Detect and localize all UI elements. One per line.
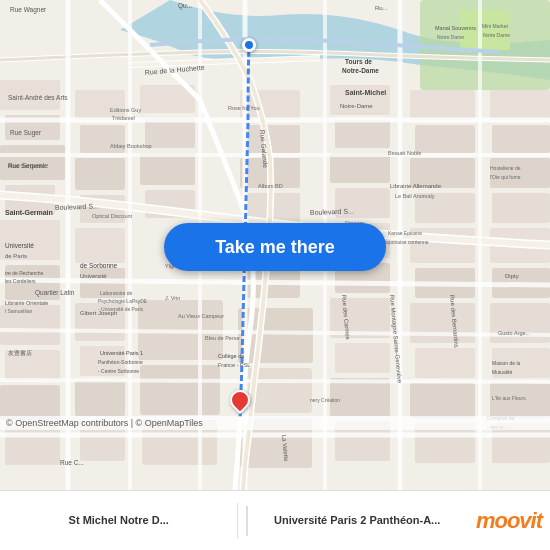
svg-text:Université Paris 1: Université Paris 1	[100, 350, 143, 356]
svg-text:Kanae Epicerie: Kanae Epicerie	[388, 230, 422, 236]
svg-rect-60	[492, 125, 550, 153]
copyright-bar: © OpenStreetMap contributors | © OpenMap…	[0, 416, 550, 430]
destination-station[interactable]: Université Paris 2 Panthéon-A...	[238, 491, 475, 550]
svg-rect-46	[335, 343, 390, 373]
svg-rect-50	[415, 125, 475, 153]
svg-text:Qu...: Qu...	[178, 2, 192, 10]
svg-text:Rue Suger: Rue Suger	[10, 129, 42, 137]
svg-text:Trédaniel: Trédaniel	[112, 115, 135, 121]
svg-rect-17	[75, 228, 125, 263]
svg-text:Université: Université	[5, 242, 34, 249]
svg-rect-65	[490, 303, 550, 343]
svg-text:l'Oie qui fume: l'Oie qui fume	[490, 174, 521, 180]
svg-rect-55	[410, 303, 475, 343]
svg-text:Panthéon-Sorbonne: Panthéon-Sorbonne	[98, 359, 143, 365]
svg-text:Saint-André des Arts: Saint-André des Arts	[8, 94, 68, 101]
svg-text:Notre Dame: Notre Dame	[483, 32, 510, 38]
svg-text:Le Ball    Anomaly: Le Ball Anomaly	[395, 193, 435, 199]
svg-text:Collège de: Collège de	[218, 353, 244, 359]
svg-text:Optical Discount: Optical Discount	[92, 213, 133, 219]
svg-text:Manal Souvenirs: Manal Souvenirs	[435, 25, 476, 31]
svg-text:Notre-Dame: Notre-Dame	[340, 103, 373, 109]
svg-text:Ru...: Ru...	[375, 5, 388, 11]
svg-text:Abbey Bookshop: Abbey Bookshop	[110, 143, 152, 149]
svg-text:L'île aux Fleurs: L'île aux Fleurs	[492, 395, 526, 401]
svg-text:Mini Market: Mini Market	[482, 23, 508, 29]
attribution-text: © OpenStreetMap contributors | © OpenMap…	[6, 418, 203, 428]
svg-text:Notre Dame: Notre Dame	[437, 34, 464, 40]
origin-name: St Michel Notre D...	[69, 513, 169, 527]
svg-text:Tours de: Tours de	[345, 58, 372, 65]
svg-text:nery Création: nery Création	[310, 397, 340, 403]
svg-text:Université: Université	[80, 273, 107, 279]
svg-rect-25	[140, 153, 195, 185]
svg-text:Psychologie LaPsyDE: Psychologie LaPsyDE	[98, 298, 148, 304]
svg-text:l Samuellian: l Samuellian	[5, 308, 32, 314]
svg-text:Au Vieux Campeur: Au Vieux Campeur	[178, 313, 224, 319]
svg-text:Album BD: Album BD	[258, 183, 283, 189]
svg-text:Rue Wagner: Rue Wagner	[10, 6, 47, 14]
svg-text:Laboratoire de: Laboratoire de	[100, 290, 132, 296]
origin-station[interactable]: St Michel Notre D...	[0, 491, 237, 550]
svg-text:Saint-Germain: Saint-Germain	[5, 209, 53, 216]
svg-rect-49	[410, 90, 475, 120]
svg-rect-59	[490, 90, 550, 120]
svg-rect-12	[5, 425, 60, 465]
svg-rect-61	[490, 158, 550, 188]
svg-text:Quartier Latin: Quartier Latin	[35, 289, 75, 297]
take-me-there-label: Take me there	[215, 237, 335, 258]
destination-name: Université Paris 2 Panthéon-A...	[274, 513, 440, 527]
svg-text:tre de Recherche: tre de Recherche	[5, 270, 44, 276]
svg-text:Librairie Orientale: Librairie Orientale	[5, 300, 48, 306]
svg-rect-21	[75, 381, 125, 416]
svg-rect-40	[335, 120, 390, 148]
svg-text:France - PSL: France - PSL	[218, 362, 250, 368]
svg-text:Notre-Dame: Notre-Dame	[342, 67, 379, 74]
svg-text:Mutualité: Mutualité	[492, 369, 513, 375]
svg-text:Beauté Noble: Beauté Noble	[388, 150, 421, 156]
svg-text:de Sorbonne: de Sorbonne	[80, 262, 118, 269]
svg-text:- Université de Paris: - Université de Paris	[98, 306, 144, 312]
svg-text:友豊書店: 友豊書店	[8, 349, 32, 356]
bottom-bar: St Michel Notre D... Université Paris 2 …	[0, 490, 550, 550]
svg-text:Bleu de Perse: Bleu de Perse	[205, 335, 240, 341]
moovit-brand-name: moovit	[476, 508, 542, 534]
svg-rect-28	[140, 365, 220, 415]
svg-text:japonaise coréenne: japonaise coréenne	[384, 239, 429, 245]
svg-text:Rue Serpente: Rue Serpente	[8, 163, 46, 169]
map-container: Rue de la Huchette Rue Suger Rue Serpent…	[0, 0, 550, 490]
origin-pin	[242, 38, 256, 52]
destination-pin	[230, 390, 250, 418]
svg-text:Maison de la: Maison de la	[492, 360, 521, 366]
svg-text:de Paris: de Paris	[5, 253, 27, 259]
svg-rect-41	[330, 153, 390, 183]
svg-rect-62	[492, 193, 550, 223]
svg-rect-11	[0, 385, 60, 420]
svg-text:Rose for You: Rose for You	[228, 105, 260, 111]
svg-text:Editions Guy: Editions Guy	[110, 107, 141, 113]
svg-text:Gusto Arge...: Gusto Arge...	[498, 330, 531, 336]
svg-rect-56	[415, 348, 475, 378]
svg-text:- Centre Sorbonne: - Centre Sorbonne	[98, 368, 139, 374]
moovit-logo: moovit	[476, 508, 542, 534]
svg-rect-31	[245, 125, 300, 153]
svg-text:Dipty: Dipty	[505, 273, 519, 279]
svg-text:Librairie Allemande: Librairie Allemande	[390, 183, 442, 189]
svg-text:J. Vrin: J. Vrin	[165, 295, 180, 301]
svg-text:Saint-Michel: Saint-Michel	[345, 89, 386, 96]
svg-text:les Cordeliers: les Cordeliers	[5, 278, 36, 284]
svg-text:Rue C...: Rue C...	[60, 459, 84, 466]
take-me-there-button[interactable]: Take me there	[164, 223, 386, 271]
svg-rect-57	[410, 383, 475, 418]
svg-text:Hostellerie de: Hostellerie de	[490, 165, 521, 171]
svg-rect-15	[75, 158, 125, 190]
